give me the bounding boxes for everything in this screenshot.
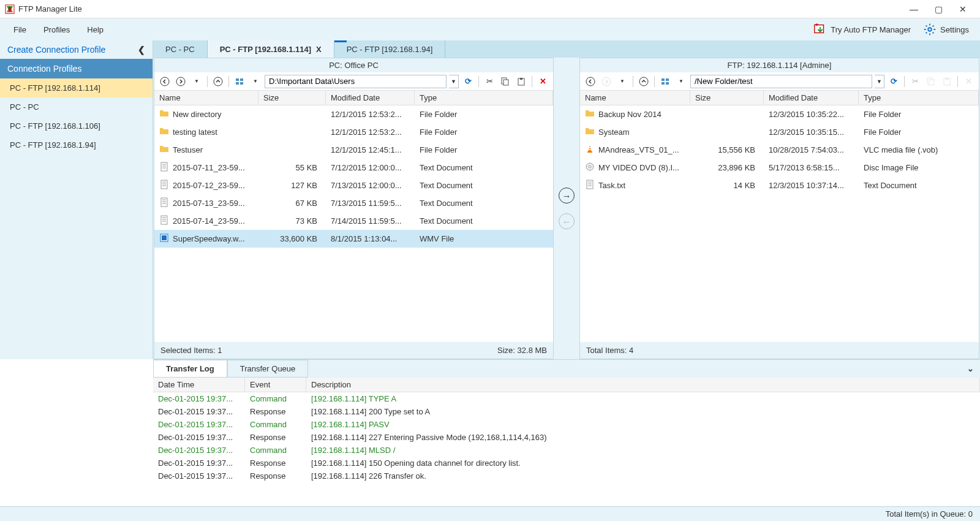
sidebar-item[interactable]: PC - FTP [192.168.1.106]	[0, 116, 153, 135]
menu-help[interactable]: Help	[78, 21, 112, 38]
tab-close-icon[interactable]: X	[316, 45, 322, 54]
log-col-datetime[interactable]: Date Time	[153, 378, 245, 392]
file-row[interactable]: Task.txt14 KB12/3/2015 10:37:14...Text D…	[580, 177, 979, 194]
file-row[interactable]: New directory12/1/2015 12:53:2...File Fo…	[154, 105, 553, 123]
transfer-left-button[interactable]: ←	[559, 213, 575, 229]
col-type[interactable]: Type	[859, 91, 979, 105]
svg-rect-26	[161, 216, 167, 224]
file-row[interactable]: MY VIDEO DVD (8).I...23,896 KB5/17/2013 …	[580, 159, 979, 177]
log-row[interactable]: Dec-01-2015 19:37...Command[192.168.1.11…	[153, 392, 980, 405]
file-row[interactable]: testing latest12/1/2015 12:53:2...File F…	[154, 123, 553, 141]
auto-ftp-icon	[813, 23, 827, 36]
log-col-event[interactable]: Event	[245, 378, 306, 392]
file-row[interactable]: MAndreas_VTS_01_...15,556 KB10/28/2015 7…	[580, 141, 979, 159]
local-path-input[interactable]	[265, 75, 447, 88]
maximize-button[interactable]: ▢	[926, 1, 951, 18]
refresh-button[interactable]: ⟳	[461, 75, 475, 88]
svg-rect-38	[666, 82, 669, 85]
remote-path-input[interactable]	[690, 75, 872, 88]
paste-button[interactable]	[514, 75, 528, 88]
log-col-description[interactable]: Description	[306, 378, 980, 392]
file-row[interactable]: 2015-07-14_23-59...73 KB7/14/2015 11:59:…	[154, 212, 553, 230]
col-date[interactable]: Modified Date	[326, 91, 415, 105]
log-row[interactable]: Dec-01-2015 19:37...Response[192.168.1.1…	[153, 470, 980, 482]
log-row[interactable]: Dec-01-2015 19:37...Command[192.168.1.11…	[153, 444, 980, 457]
create-profile-link[interactable]: Create Connection Profile	[7, 45, 105, 55]
file-row[interactable]: SuperSpeedway.w...33,600 KB8/1/2015 1:13…	[154, 230, 553, 248]
txt-icon	[159, 180, 169, 191]
file-row[interactable]: 2015-07-11_23-59...55 KB7/12/2015 12:00:…	[154, 159, 553, 177]
svg-rect-43	[587, 151, 592, 153]
copy-button[interactable]	[924, 75, 938, 88]
view-dropdown[interactable]: ▼	[249, 75, 262, 88]
refresh-button[interactable]: ⟳	[887, 75, 900, 88]
log-row[interactable]: Dec-01-2015 19:37...Response[192.168.1.1…	[153, 431, 980, 444]
txt-icon	[159, 162, 169, 173]
log-row[interactable]: Dec-01-2015 19:37...Response[192.168.1.1…	[153, 405, 980, 418]
txt-icon	[585, 180, 595, 191]
sidebar-item[interactable]: PC - FTP [192.168.1.94]	[0, 135, 153, 154]
iso-icon	[585, 162, 595, 173]
file-row[interactable]: 2015-07-13_23-59...67 KB7/13/2015 11:59:…	[154, 194, 553, 212]
col-size[interactable]: Size	[258, 91, 326, 105]
svg-rect-11	[503, 80, 508, 85]
view-button[interactable]	[233, 75, 246, 88]
delete-button[interactable]: ✕	[536, 75, 549, 88]
col-date[interactable]: Modified Date	[764, 91, 859, 105]
back-button[interactable]	[158, 75, 172, 88]
menu-profiles[interactable]: Profiles	[35, 21, 78, 38]
forward-button[interactable]	[600, 75, 613, 88]
file-row[interactable]: 2015-07-12_23-59...127 KB7/13/2015 12:00…	[154, 177, 553, 194]
bottom-panel: Transfer Log Transfer Queue ⌄ Date Time …	[153, 359, 980, 506]
delete-button[interactable]: ✕	[962, 75, 975, 88]
col-type[interactable]: Type	[415, 91, 553, 105]
log-list[interactable]: Dec-01-2015 19:37...Command[192.168.1.11…	[153, 392, 980, 506]
settings-button[interactable]: Settings	[917, 20, 975, 39]
cut-button[interactable]: ✂	[483, 75, 496, 88]
tab-transfer-log[interactable]: Transfer Log	[153, 360, 227, 378]
local-pane-title: PC: Office PC	[154, 58, 553, 72]
svg-point-2	[928, 28, 932, 31]
cut-button[interactable]: ✂	[908, 75, 922, 88]
col-size[interactable]: Size	[690, 91, 764, 105]
app-icon	[5, 4, 15, 14]
close-button[interactable]: ✕	[951, 1, 975, 18]
path-dropdown[interactable]: ▼	[449, 75, 459, 88]
minimize-button[interactable]: —	[902, 1, 926, 18]
up-button[interactable]	[211, 75, 225, 88]
paste-button[interactable]	[940, 75, 954, 88]
file-row[interactable]: Testuser12/1/2015 12:45:1...File Folder	[154, 141, 553, 159]
bottom-collapse-button[interactable]: ⌄	[961, 362, 980, 376]
history-dropdown[interactable]: ▼	[616, 75, 629, 88]
forward-button[interactable]	[174, 75, 187, 88]
svg-point-5	[214, 77, 222, 86]
transfer-right-button[interactable]: →	[559, 188, 575, 203]
copy-button[interactable]	[499, 75, 512, 88]
connection-tab[interactable]: PC - PC	[153, 40, 208, 58]
try-auto-button[interactable]: Try Auto FTP Manager	[807, 20, 917, 39]
file-row[interactable]: Backup Nov 201412/3/2015 10:35:22...File…	[580, 105, 979, 123]
remote-file-list[interactable]: Backup Nov 201412/3/2015 10:35:22...File…	[580, 105, 979, 342]
gear-icon	[923, 23, 937, 36]
sidebar-item[interactable]: PC - PC	[0, 97, 153, 116]
up-button[interactable]	[637, 75, 650, 88]
view-dropdown[interactable]: ▼	[674, 75, 688, 88]
log-row[interactable]: Dec-01-2015 19:37...Response[192.168.1.1…	[153, 457, 980, 470]
col-name[interactable]: Name	[580, 91, 690, 105]
sidebar-collapse-button[interactable]: ❮	[138, 45, 145, 55]
local-file-list[interactable]: New directory12/1/2015 12:53:2...File Fo…	[154, 105, 553, 342]
menu-file[interactable]: File	[5, 21, 35, 38]
col-name[interactable]: Name	[154, 91, 258, 105]
connection-tab[interactable]: PC - FTP [192.168.1.114]X	[208, 40, 334, 58]
log-row[interactable]: Dec-01-2015 19:37...Command[192.168.1.11…	[153, 418, 980, 431]
view-button[interactable]	[658, 75, 672, 88]
path-dropdown[interactable]: ▼	[875, 75, 884, 88]
back-button[interactable]	[584, 75, 597, 88]
file-row[interactable]: Systeam12/3/2015 10:35:15...File Folder	[580, 123, 979, 141]
tab-transfer-queue[interactable]: Transfer Queue	[227, 360, 309, 378]
sidebar-item[interactable]: PC - FTP [192.168.1.114]	[0, 78, 153, 97]
connection-tab[interactable]: PC - FTP [192.168.1.94]	[334, 40, 446, 58]
local-status-left: Selected Items: 1	[160, 346, 222, 355]
txt-icon	[159, 215, 169, 227]
history-dropdown[interactable]: ▼	[190, 75, 203, 88]
